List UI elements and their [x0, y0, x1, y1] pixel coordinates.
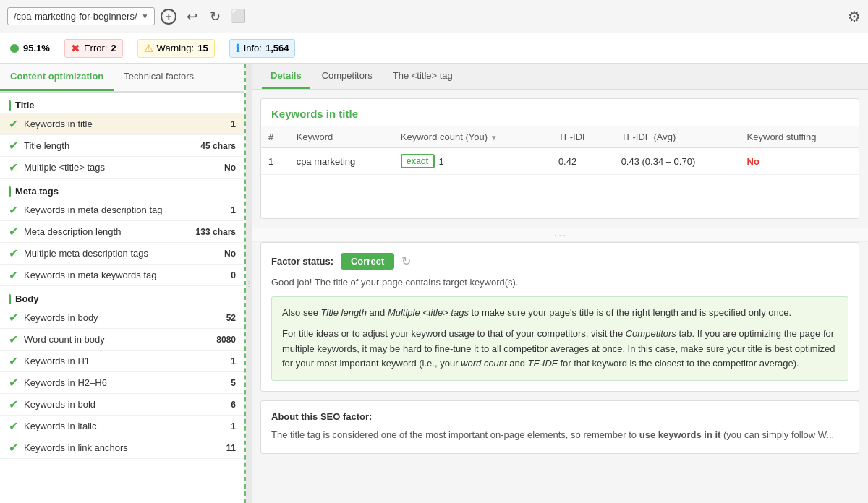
- check-icon-keywords-meta-desc: ✔: [9, 203, 18, 217]
- info-count: 1,564: [265, 43, 289, 53]
- tab-technical-factors[interactable]: Technical factors: [114, 64, 204, 91]
- count-value: 1: [439, 156, 444, 167]
- info-line-2: For title ideas or to adjust your keywor…: [282, 327, 838, 371]
- url-text: /cpa-marketing-for-beginners/: [14, 11, 137, 22]
- main-layout: Content optimization Technical factors T…: [0, 64, 868, 503]
- col-header-count[interactable]: Keyword count (You) ▼: [393, 126, 551, 148]
- stuffing-value: No: [747, 156, 760, 167]
- item-value-multiple-meta-desc: No: [224, 249, 236, 259]
- sidebar-item-keywords-italic[interactable]: ✔ Keywords in italic 1: [0, 416, 244, 437]
- item-label-keywords-bold: Keywords in bold: [24, 399, 225, 410]
- tab-details[interactable]: Details: [262, 64, 310, 89]
- sidebar-item-title-length[interactable]: ✔ Title length 45 chars: [0, 135, 244, 157]
- refresh-status-icon[interactable]: ↻: [401, 254, 411, 268]
- calendar-icon[interactable]: ⬜: [230, 9, 246, 25]
- cell-count: exact 1: [393, 148, 551, 175]
- url-dropdown-icon[interactable]: ▼: [142, 12, 149, 20]
- section-title-title: Title: [0, 93, 244, 113]
- score-display: 95.1%: [10, 43, 50, 53]
- url-box[interactable]: /cpa-marketing-for-beginners/ ▼: [7, 7, 155, 25]
- sidebar-item-keywords-body[interactable]: ✔ Keywords in body 52: [0, 307, 244, 329]
- item-label-multiple-title-tags: Multiple <title> tags: [24, 162, 218, 173]
- panel-title: Keywords in title: [261, 99, 859, 126]
- settings-icon[interactable]: ⚙: [848, 8, 861, 25]
- correct-badge: Correct: [341, 253, 394, 270]
- content-tabs: Details Competitors The <title> tag: [252, 64, 868, 90]
- warning-icon: ⚠: [144, 42, 153, 55]
- item-label-keywords-meta-keywords: Keywords in meta keywords tag: [24, 270, 225, 280]
- check-icon-title-length: ✔: [9, 139, 18, 152]
- keywords-table: # Keyword Keyword count (You) ▼ TF-IDF T…: [261, 126, 859, 218]
- add-icon[interactable]: +: [161, 9, 176, 25]
- error-label: Error:: [84, 43, 108, 53]
- factor-status-label: Factor status:: [271, 256, 333, 267]
- score-dot: [10, 44, 19, 53]
- error-count: 2: [111, 43, 116, 53]
- item-value-multiple-title-tags: No: [224, 163, 236, 173]
- factor-status-panel: Factor status: Correct ↻ Good job! The t…: [260, 242, 859, 392]
- tab-content-optimization[interactable]: Content optimization: [0, 64, 114, 91]
- sidebar-item-keywords-bold[interactable]: ✔ Keywords in bold 6: [0, 394, 244, 416]
- error-badge[interactable]: ✖ Error: 2: [64, 39, 123, 58]
- tab-competitors[interactable]: Competitors: [313, 64, 381, 89]
- cell-tfidf: 0.42: [551, 148, 614, 175]
- item-label-keywords-body: Keywords in body: [24, 312, 221, 323]
- section-title-meta-tags: Meta tags: [0, 179, 244, 199]
- table-empty-row: [261, 175, 859, 218]
- item-value-keywords-italic: 1: [231, 421, 236, 431]
- tab-title-tag[interactable]: The <title> tag: [384, 64, 461, 89]
- toolbar-icons: + ↩ ↻ ⬜: [161, 9, 246, 25]
- col-header-num: #: [261, 126, 289, 148]
- about-title: About this SEO factor:: [271, 411, 848, 422]
- cell-stuffing: No: [740, 148, 859, 175]
- check-icon-keywords-h1: ✔: [9, 354, 18, 368]
- exact-badge: exact: [401, 154, 435, 168]
- col-header-tfidf-avg: TF-IDF (Avg): [614, 126, 740, 148]
- item-value-keywords-in-title: 1: [231, 119, 236, 129]
- sidebar-item-multiple-meta-desc[interactable]: ✔ Multiple meta description tags No: [0, 243, 244, 265]
- sidebar-item-keywords-in-title[interactable]: ✔ Keywords in title 1: [0, 113, 244, 135]
- item-value-meta-desc-length: 133 chars: [196, 227, 236, 237]
- table-header-row: # Keyword Keyword count (You) ▼ TF-IDF T…: [261, 126, 859, 148]
- check-icon-keywords-link-anchors: ✔: [9, 441, 18, 455]
- sort-icon: ▼: [490, 134, 498, 142]
- sidebar-item-meta-desc-length[interactable]: ✔ Meta description length 133 chars: [0, 221, 244, 243]
- back-icon[interactable]: ↩: [184, 9, 200, 25]
- item-label-keywords-h2-h6: Keywords in H2–H6: [24, 377, 225, 388]
- check-icon-meta-desc-length: ✔: [9, 225, 18, 238]
- warning-badge[interactable]: ⚠ Warning: 15: [137, 39, 215, 58]
- check-icon-word-count: ✔: [9, 332, 18, 346]
- check-icon-keywords-body: ✔: [9, 311, 18, 324]
- sidebar-item-keywords-meta-keywords[interactable]: ✔ Keywords in meta keywords tag 0: [0, 265, 244, 286]
- sidebar-item-keywords-h1[interactable]: ✔ Keywords in H1 1: [0, 351, 244, 372]
- check-icon-multiple-title-tags: ✔: [9, 160, 18, 174]
- sidebar-item-keywords-meta-desc[interactable]: ✔ Keywords in meta description tag 1: [0, 199, 244, 221]
- panel-resizer[interactable]: ⋮: [246, 64, 252, 503]
- refresh-icon[interactable]: ↻: [207, 9, 223, 25]
- item-value-keywords-h2-h6: 5: [231, 378, 236, 388]
- item-value-word-count: 8080: [216, 335, 236, 345]
- sidebar: Content optimization Technical factors T…: [0, 64, 246, 503]
- item-label-keywords-italic: Keywords in italic: [24, 421, 225, 431]
- score-value: 95.1%: [23, 43, 50, 53]
- item-value-keywords-body: 52: [226, 313, 236, 323]
- drag-handle[interactable]: · · ·: [252, 228, 868, 242]
- item-label-keywords-meta-desc: Keywords in meta description tag: [24, 205, 225, 215]
- item-value-keywords-h1: 1: [231, 356, 236, 366]
- col-header-stuffing: Keyword stuffing: [740, 126, 859, 148]
- info-box: Also see Title length and Multiple <titl…: [271, 296, 848, 381]
- check-icon-keywords-meta-keywords: ✔: [9, 268, 18, 282]
- factor-message: Good job! The title of your page contain…: [271, 277, 848, 288]
- warning-label: Warning:: [157, 43, 195, 53]
- sidebar-item-word-count[interactable]: ✔ Word count in body 8080: [0, 329, 244, 351]
- table-row: 1 cpa marketing exact 1 0.42 0.43 (0.34 …: [261, 148, 859, 175]
- cell-num: 1: [261, 148, 289, 175]
- sidebar-item-multiple-title-tags[interactable]: ✔ Multiple <title> tags No: [0, 157, 244, 179]
- item-label-word-count: Word count in body: [24, 334, 210, 345]
- about-text: The title tag is considered one of the m…: [271, 428, 848, 443]
- sidebar-item-keywords-h2-h6[interactable]: ✔ Keywords in H2–H6 5: [0, 372, 244, 394]
- item-value-keywords-bold: 6: [231, 400, 236, 410]
- info-badge[interactable]: ℹ Info: 1,564: [229, 39, 296, 58]
- item-value-title-length: 45 chars: [200, 141, 236, 151]
- sidebar-item-keywords-link-anchors[interactable]: ✔ Keywords in link anchors 11: [0, 437, 244, 459]
